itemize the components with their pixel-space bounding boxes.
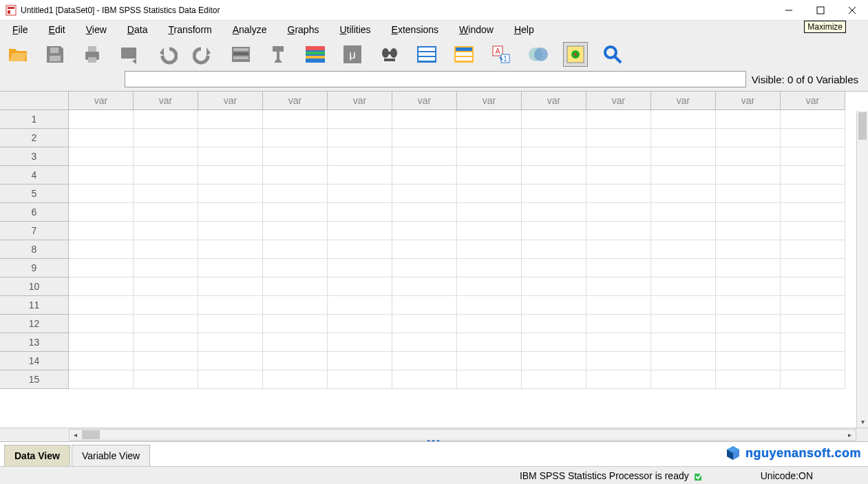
- row-header[interactable]: 9: [0, 259, 69, 277]
- menu-view[interactable]: View: [76, 22, 116, 37]
- grid-cell[interactable]: [198, 370, 263, 389]
- menu-extensions[interactable]: Extensions: [382, 22, 449, 37]
- grid-cell[interactable]: [134, 129, 198, 147]
- grid-cell[interactable]: [586, 222, 651, 240]
- row-header[interactable]: 5: [0, 185, 69, 203]
- grid-cell[interactable]: [69, 203, 134, 222]
- grid-cell[interactable]: [651, 296, 716, 315]
- tab-data-view[interactable]: Data View: [4, 445, 70, 466]
- grid-cell[interactable]: [263, 166, 328, 185]
- grid-cell[interactable]: [522, 166, 586, 185]
- grid-cell[interactable]: [781, 333, 845, 352]
- grid-cell[interactable]: [392, 240, 457, 259]
- grid-cell[interactable]: [651, 166, 716, 185]
- grid-cell[interactable]: [392, 315, 457, 333]
- grid-cell[interactable]: [457, 333, 522, 352]
- grid-cell[interactable]: [198, 259, 263, 277]
- grid-cell[interactable]: [716, 333, 781, 352]
- column-header[interactable]: var: [522, 92, 586, 110]
- grid-cell[interactable]: [198, 203, 263, 222]
- grid-cell[interactable]: [134, 333, 198, 352]
- grid-cell[interactable]: [651, 277, 716, 296]
- menu-window[interactable]: Window: [449, 22, 503, 37]
- scroll-down-icon[interactable]: ▾: [857, 416, 868, 428]
- grid-cell[interactable]: [69, 277, 134, 296]
- grid-cell[interactable]: [263, 240, 328, 259]
- grid-cell[interactable]: [328, 185, 392, 203]
- grid-cell[interactable]: [651, 352, 716, 370]
- grid-cell[interactable]: [781, 352, 845, 370]
- grid-cell[interactable]: [457, 147, 522, 166]
- select-cases-icon[interactable]: A1: [489, 42, 514, 67]
- grid-cell[interactable]: [522, 333, 586, 352]
- data-grid[interactable]: varvarvarvarvarvarvarvarvarvarvarvar1234…: [0, 92, 868, 389]
- row-header[interactable]: 8: [0, 240, 69, 259]
- grid-cell[interactable]: [198, 315, 263, 333]
- print-icon[interactable]: [80, 42, 105, 67]
- column-header[interactable]: var: [457, 92, 522, 110]
- find-icon[interactable]: [377, 42, 402, 67]
- goto-case-icon[interactable]: [229, 42, 253, 67]
- grid-cell[interactable]: [522, 315, 586, 333]
- menu-help[interactable]: Help: [505, 22, 544, 37]
- grid-cell[interactable]: [457, 203, 522, 222]
- row-header[interactable]: 10: [0, 277, 69, 296]
- recall-dialog-icon[interactable]: [117, 42, 142, 67]
- grid-cell[interactable]: [392, 185, 457, 203]
- grid-cell[interactable]: [263, 222, 328, 240]
- grid-cell[interactable]: [392, 370, 457, 389]
- grid-cell[interactable]: [457, 240, 522, 259]
- grid-cell[interactable]: [198, 240, 263, 259]
- grid-cell[interactable]: [134, 203, 198, 222]
- grid-cell[interactable]: [651, 185, 716, 203]
- grid-cell[interactable]: [69, 333, 134, 352]
- maximize-button[interactable]: [805, 0, 836, 21]
- column-header[interactable]: var: [69, 92, 134, 110]
- grid-cell[interactable]: [781, 129, 845, 147]
- menu-file[interactable]: File: [3, 22, 38, 37]
- grid-cell[interactable]: [716, 240, 781, 259]
- grid-cell[interactable]: [586, 315, 651, 333]
- grid-cell[interactable]: [522, 296, 586, 315]
- grid-cell[interactable]: [263, 277, 328, 296]
- column-header[interactable]: var: [716, 92, 781, 110]
- grid-cell[interactable]: [651, 147, 716, 166]
- grid-cell[interactable]: [134, 296, 198, 315]
- grid-cell[interactable]: [134, 240, 198, 259]
- grid-cell[interactable]: [781, 203, 845, 222]
- grid-cell[interactable]: [69, 185, 134, 203]
- grid-cell[interactable]: [263, 370, 328, 389]
- grid-cell[interactable]: [586, 185, 651, 203]
- grid-cell[interactable]: [781, 259, 845, 277]
- grid-cell[interactable]: [69, 147, 134, 166]
- grid-cell[interactable]: [457, 352, 522, 370]
- grid-cell[interactable]: [457, 129, 522, 147]
- compute-icon[interactable]: μ: [340, 42, 365, 67]
- grid-cell[interactable]: [716, 110, 781, 129]
- grid-cell[interactable]: [522, 277, 586, 296]
- search-icon[interactable]: [600, 42, 625, 67]
- grid-cell[interactable]: [392, 129, 457, 147]
- value-labels-icon[interactable]: [526, 42, 551, 67]
- grid-cell[interactable]: [263, 203, 328, 222]
- grid-cell[interactable]: [328, 370, 392, 389]
- horizontal-scrollbar[interactable]: ◂ ▸: [69, 429, 856, 441]
- grid-cell[interactable]: [69, 166, 134, 185]
- grid-cell[interactable]: [69, 296, 134, 315]
- grid-cell[interactable]: [586, 129, 651, 147]
- grid-cell[interactable]: [586, 259, 651, 277]
- grid-cell[interactable]: [134, 110, 198, 129]
- grid-cell[interactable]: [328, 240, 392, 259]
- grid-cell[interactable]: [392, 352, 457, 370]
- grid-cell[interactable]: [198, 222, 263, 240]
- grid-cell[interactable]: [716, 352, 781, 370]
- grid-cell[interactable]: [586, 352, 651, 370]
- column-header[interactable]: var: [198, 92, 263, 110]
- grid-cell[interactable]: [392, 147, 457, 166]
- weight-cases-icon[interactable]: [452, 42, 476, 67]
- grid-cell[interactable]: [522, 110, 586, 129]
- grid-cell[interactable]: [522, 129, 586, 147]
- grid-cell[interactable]: [651, 333, 716, 352]
- grid-cell[interactable]: [522, 203, 586, 222]
- grid-cell[interactable]: [392, 333, 457, 352]
